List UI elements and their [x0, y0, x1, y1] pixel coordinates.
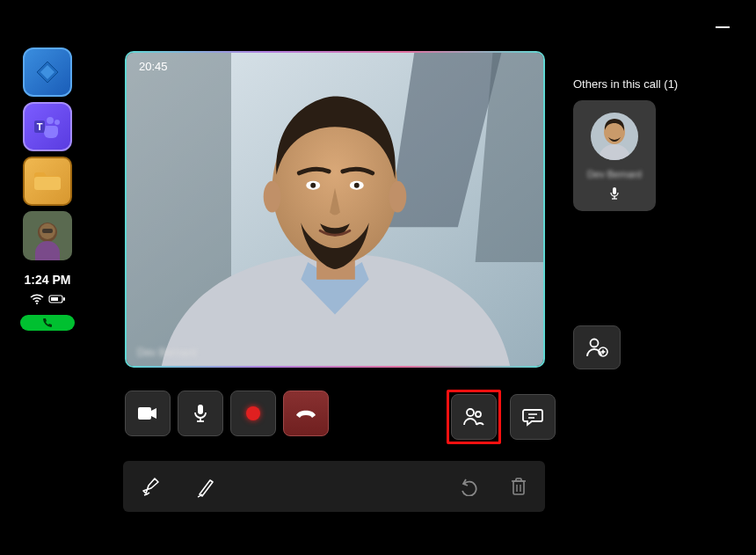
svg-rect-44 — [513, 481, 524, 494]
people-button[interactable] — [451, 394, 497, 440]
svg-point-26 — [354, 183, 360, 188]
speaker-video-frame — [127, 53, 543, 366]
participant-name-label: Dev Bernard — [587, 169, 642, 179]
people-icon — [462, 407, 485, 427]
sidebar-app-files[interactable] — [23, 157, 72, 206]
svg-point-11 — [36, 303, 38, 304]
svg-point-22 — [389, 181, 406, 213]
svg-rect-37 — [198, 405, 203, 414]
status-time: 1:24 PM — [25, 273, 71, 287]
wifi-icon — [30, 294, 44, 304]
mic-icon — [608, 186, 621, 201]
highlighter-button[interactable] — [141, 474, 165, 499]
camera-button[interactable] — [125, 391, 171, 436]
undo-button[interactable] — [459, 477, 480, 496]
highlighter-icon — [141, 474, 165, 499]
main-video: 20:45 Dev Bernard — [125, 51, 545, 368]
participant-mic-status — [608, 186, 621, 201]
mic-button[interactable] — [178, 391, 223, 436]
svg-rect-36 — [138, 407, 151, 420]
call-elapsed-time: 20:45 — [139, 60, 168, 73]
svg-rect-14 — [51, 297, 58, 301]
svg-point-25 — [310, 183, 316, 188]
tutorial-highlight — [447, 390, 501, 444]
svg-point-32 — [591, 340, 599, 347]
status-icons — [30, 294, 66, 304]
record-button[interactable] — [230, 391, 276, 436]
svg-point-4 — [47, 117, 54, 124]
chat-button[interactable] — [510, 394, 556, 440]
record-icon — [246, 406, 260, 420]
person-add-icon — [585, 337, 608, 358]
svg-rect-6 — [34, 177, 61, 190]
minimize-button[interactable] — [716, 26, 730, 28]
annotation-toolbar — [123, 461, 545, 512]
diamond-icon — [34, 59, 61, 85]
svg-text:T: T — [37, 121, 43, 132]
app-sidebar: T 1:24 PM — [21, 47, 74, 331]
phone-icon — [42, 318, 53, 328]
sidebar-app-launcher[interactable] — [23, 47, 72, 97]
chat-icon — [522, 407, 543, 427]
pen-icon — [195, 474, 218, 499]
svg-point-41 — [476, 412, 481, 417]
sidebar-app-contact[interactable] — [23, 211, 72, 260]
svg-rect-10 — [42, 229, 53, 233]
svg-point-5 — [55, 120, 60, 125]
participant-avatar — [591, 113, 638, 160]
teams-icon: T — [33, 113, 62, 140]
hangup-button[interactable] — [283, 391, 329, 436]
speaker-name-label: Dev Bernard — [137, 347, 196, 359]
avatar-illustration — [23, 211, 72, 260]
sidebar-app-teams[interactable]: T — [23, 102, 72, 151]
svg-rect-29 — [613, 187, 616, 194]
call-status-pill[interactable] — [20, 315, 75, 331]
hangup-icon — [294, 406, 317, 420]
svg-point-21 — [264, 181, 281, 213]
add-participant-button[interactable] — [573, 325, 621, 369]
camera-icon — [137, 405, 158, 421]
pen-button[interactable] — [195, 474, 218, 499]
secondary-controls — [447, 390, 556, 444]
avatar-illustration — [591, 113, 638, 160]
undo-icon — [459, 477, 480, 496]
folder-icon — [33, 170, 62, 193]
others-header: Others in this call (1) — [573, 77, 678, 91]
mic-icon — [193, 404, 208, 423]
svg-rect-13 — [63, 297, 65, 301]
delete-button[interactable] — [510, 476, 527, 497]
participant-tile[interactable]: Dev Bernard — [573, 100, 656, 211]
svg-point-40 — [467, 409, 474, 416]
battery-icon — [48, 294, 66, 304]
call-controls — [125, 391, 329, 436]
trash-icon — [510, 476, 527, 497]
